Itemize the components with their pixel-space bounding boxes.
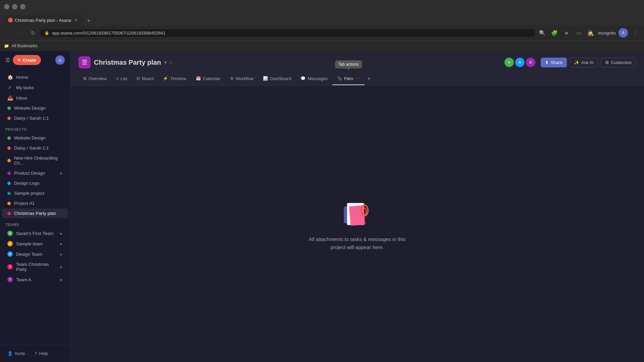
tab-dashboard-label: Dashboard: [270, 76, 291, 81]
collaborator-avatar-2[interactable]: A: [515, 58, 525, 67]
daisy-sarah-project-label: Daisy / Sarah 1:1: [14, 145, 49, 150]
incognito-label: Incognito: [598, 31, 616, 36]
tab-messages[interactable]: 💬 Messages: [296, 72, 332, 85]
sidebar-toggle[interactable]: ▭: [574, 28, 583, 38]
project-header: ☰ Christmas Party plan ▾ ☆ ☀ A B ⬆ Share: [70, 51, 644, 85]
share-button[interactable]: ⬆ Share: [541, 58, 567, 67]
user-avatar[interactable]: A: [55, 55, 65, 65]
sidebar-item-inbox[interactable]: 📥 Inbox: [2, 93, 68, 103]
profile-button[interactable]: A: [619, 28, 628, 38]
tab-close-button[interactable]: ✕: [73, 17, 78, 23]
sidebar-item-sample-team[interactable]: S Sample team ▶: [2, 239, 68, 249]
sidebar-item-design-team[interactable]: D Design Team ▶: [2, 249, 68, 259]
tab-files-more-icon[interactable]: ⋯: [356, 76, 360, 81]
all-bookmarks-label: All Bookmarks: [12, 44, 38, 48]
window-controls: [4, 4, 25, 9]
title-bar: [0, 0, 644, 13]
close-button[interactable]: [20, 4, 25, 9]
tab-list[interactable]: ≡ List: [111, 72, 132, 85]
add-tab-button[interactable]: +: [365, 72, 373, 85]
tab-favicon: [8, 18, 13, 22]
sidebar-item-sarahs-first-team[interactable]: S Sarah's First Team ▶: [2, 228, 68, 238]
invite-button[interactable]: 👤 Invite: [4, 349, 29, 358]
tab-bar: Christmas Party plan - Asana ✕ +: [0, 13, 644, 25]
url-display: app.asana.com/0/1206182861755067/1206182…: [52, 31, 531, 36]
ask-ai-button[interactable]: ✨ Ask AI: [570, 58, 598, 67]
project-a1-label: Project A1: [14, 201, 35, 206]
sidebar-item-new-hire[interactable]: New Hire Onboarding Ch...: [2, 153, 68, 168]
project-title: Christmas Party plan: [94, 59, 161, 66]
nav-bar: ← → ↻ 🔒 app.asana.com/0/1206182861755067…: [0, 25, 644, 40]
files-empty-line2: project will appear here.: [330, 244, 384, 250]
collaborator-avatar-1[interactable]: ☀: [504, 58, 514, 67]
tab-timeline-label: Timeline: [170, 76, 186, 81]
inbox-icon: 📥: [7, 95, 13, 101]
sidebar-item-website-design-recent[interactable]: Website Design: [2, 103, 68, 113]
sample-team-label: Sample team: [16, 241, 43, 246]
tab-calendar[interactable]: 📅 Calendar: [191, 72, 225, 85]
maximize-button[interactable]: [12, 4, 17, 9]
collaborator-avatar-3[interactable]: B: [526, 58, 535, 67]
design-logo-label: Design Logo: [14, 181, 40, 186]
tab-workflow[interactable]: ⚙ Workflow: [225, 72, 258, 85]
extensions-icon[interactable]: 🧩: [550, 28, 559, 38]
files-illustration: [340, 196, 374, 230]
forward-button[interactable]: →: [16, 28, 25, 38]
sidebar-item-product-design[interactable]: Product Design ▶: [2, 168, 68, 178]
tab-files-label: Files: [344, 76, 353, 81]
sidebar-item-daisy-sarah-recent[interactable]: Daisy / Sarah 1:1: [2, 113, 68, 123]
website-design-project-dot: [7, 136, 11, 140]
sidebar-bottom: 👤 Invite ? Help: [0, 345, 70, 362]
menu-button[interactable]: ⋮: [631, 28, 640, 38]
sidebar-item-daisy-sarah-project[interactable]: Daisy / Sarah 1:1: [2, 143, 68, 153]
search-icon[interactable]: 🔍: [538, 28, 547, 38]
bookmarks-bar: 📁 All Bookmarks: [0, 40, 644, 51]
star-icon[interactable]: ☆: [169, 60, 173, 65]
address-bar[interactable]: 🔒 app.asana.com/0/1206182861755067/12061…: [40, 29, 535, 37]
customize-button[interactable]: ⚙ Customize: [601, 58, 636, 67]
tab-overview[interactable]: ⊞ Overview: [78, 72, 111, 85]
sidebar-item-my-tasks[interactable]: ✓ My tasks: [2, 82, 68, 93]
dropdown-arrow-icon[interactable]: ▾: [164, 60, 167, 65]
tab-dashboard[interactable]: 📊 Dashboard: [258, 72, 296, 85]
project-a1-dot: [7, 202, 11, 205]
sidebar-item-christmas-party-plan[interactable]: Christmas Party plan: [2, 208, 68, 218]
browser-tab-active[interactable]: Christmas Party plan - Asana ✕: [4, 15, 83, 25]
bookmark-icon[interactable]: ★: [562, 28, 571, 38]
main-content: ☰ Christmas Party plan ▾ ☆ ☀ A B ⬆ Share: [70, 51, 644, 362]
sidebar-item-website-design[interactable]: Website Design: [2, 133, 68, 143]
sidebar-item-project-a1[interactable]: Project A1: [2, 198, 68, 208]
tab-timeline[interactable]: ⚡ Timeline: [158, 72, 191, 85]
create-plus-icon: +: [17, 57, 20, 63]
tab-board[interactable]: ⊟ Board: [132, 72, 158, 85]
customize-label: Customize: [611, 60, 632, 65]
team-christmas-icon: T: [7, 264, 13, 269]
sidebar-item-design-logo[interactable]: Design Logo: [2, 178, 68, 188]
hamburger-icon[interactable]: ☰: [5, 57, 10, 63]
timeline-icon: ⚡: [163, 76, 168, 81]
refresh-button[interactable]: ↻: [28, 28, 38, 38]
help-label: Help: [39, 351, 48, 356]
overview-icon: ⊞: [83, 76, 87, 81]
sidebar-item-team-christmas-party[interactable]: T Team Christmas Party ▶: [2, 259, 68, 274]
sample-team-icon: S: [7, 241, 13, 246]
tab-files[interactable]: 📎 Files Tab actions ⋯: [332, 72, 365, 85]
sidebar-item-team-a[interactable]: T Team A ▶: [2, 275, 68, 285]
sidebar-header: ☰ + Create A: [0, 51, 70, 69]
sample-project-dot: [7, 192, 11, 195]
sarahs-team-chevron: ▶: [60, 232, 63, 235]
sidebar-item-home[interactable]: 🏠 Home: [2, 72, 68, 82]
dashboard-icon: 📊: [263, 76, 268, 81]
minimize-button[interactable]: [4, 4, 9, 9]
new-tab-button[interactable]: +: [84, 16, 93, 25]
help-button[interactable]: ? Help: [31, 349, 51, 358]
sidebar-item-sample-project[interactable]: Sample project: [2, 188, 68, 198]
create-button[interactable]: + Create: [13, 55, 41, 65]
back-button[interactable]: ←: [4, 28, 13, 38]
new-hire-label: New Hire Onboarding Ch...: [14, 156, 63, 166]
create-label: Create: [22, 58, 36, 63]
website-design-recent-label: Website Design: [14, 106, 46, 111]
daisy-sarah-dot: [7, 117, 11, 120]
project-icon-symbol: ☰: [82, 59, 87, 66]
sidebar-item-inbox-label: Inbox: [16, 96, 27, 101]
